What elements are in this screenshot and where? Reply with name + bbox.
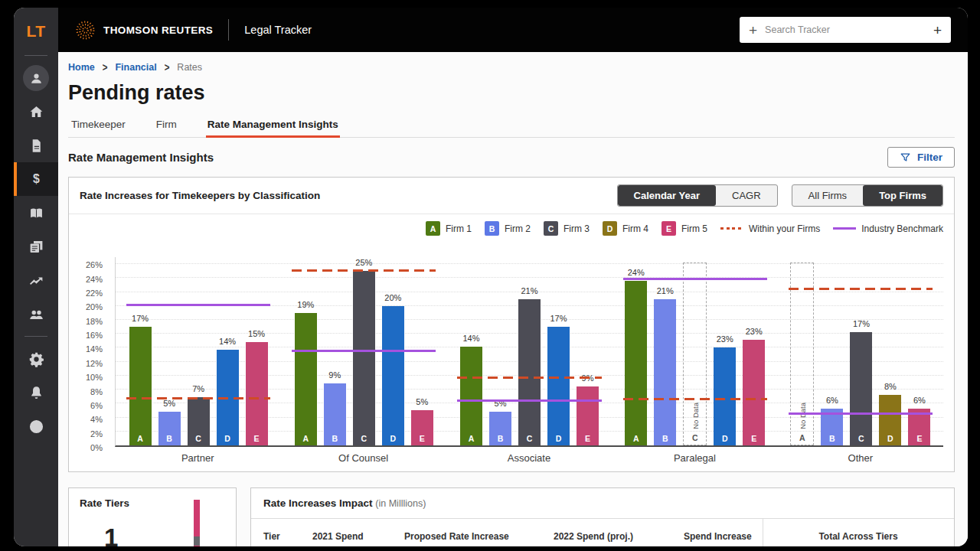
trend-icon [28,272,44,289]
bar-letter: D [714,434,736,443]
category-label-partner: Partner [115,452,280,464]
breadcrumb-chevron-icon: > [103,61,108,73]
y-axis-tick: 26% [86,260,103,269]
toggle-option-calendar-year[interactable]: Calendar Year [618,185,716,206]
category-label-paralegal: Paralegal [612,452,777,464]
legend-swatch-A: A [426,221,440,236]
bar-letter: D [217,434,239,443]
people-icon [28,306,44,322]
sidebar-item-library[interactable] [14,196,58,230]
sidebar-item-help[interactable]: ? [14,409,58,443]
bar-value-label: 9% [328,370,341,380]
legend-dashed-line-swatch [720,227,743,230]
filter-button[interactable]: Filter [887,147,955,168]
breadcrumb-item-home[interactable]: Home [68,62,95,73]
bar-value-label: 6% [913,396,926,405]
search-tracker-input[interactable]: + Search Tracker + [740,17,951,43]
dollar-icon: $ [28,171,44,187]
toggle-option-cagr[interactable]: CAGR [716,185,777,206]
rate-tiers-title: Rate Tiers [80,497,225,509]
tab-firm[interactable]: Firm [155,115,178,137]
sidebar-item-notifications[interactable] [14,376,58,409]
sidebar-item-documents[interactable] [14,129,58,162]
help-icon: ? [28,419,44,435]
legend-item-firm-3: CFirm 3 [544,221,590,236]
bar-value-label: 6% [826,396,838,405]
impact-column-header-2021-spend: 2021 Spend [312,531,404,542]
toggle-option-top-firms[interactable]: Top Firms [863,185,942,206]
bar-associate-D: 17%D [547,327,570,445]
sidebar-item-home[interactable] [14,95,58,129]
bar-partner-B: 5%B [158,412,181,445]
sidebar-item-financial[interactable]: $ [14,162,58,196]
tab-rate-management-insights[interactable]: Rate Management Insights [206,115,340,137]
filter-label: Filter [917,152,942,163]
search-plus-icon[interactable]: + [749,23,757,37]
legend-item-within-your-firms: Within your Firms [720,223,820,234]
industry-benchmark-line [623,278,767,280]
bar-letter: B [158,434,181,443]
bar-letter: B [324,434,346,443]
legend-label: Firm 3 [564,223,590,234]
toggle-group-period: Calendar YearCAGR [617,184,778,207]
y-axis-tick: 8% [90,387,103,396]
legend-label: Firm 1 [446,223,472,234]
impact-column-header-2022-spend-proj: 2022 Spend (proj.) [554,531,684,542]
legend-item-firm-4: DFirm 4 [603,221,648,236]
bar-value-label: 19% [297,300,314,309]
impact-card-header: Rate Increases Impact (in Milllions) [251,488,954,519]
bar-letter: E [246,434,268,443]
bar-paralegal-B: 21%B [654,299,676,445]
within-your-firms-line [292,269,436,272]
tab-timekeeper[interactable]: Timekeeper [70,115,127,137]
add-icon[interactable]: + [933,23,942,37]
breadcrumb: Home>Financial>Rates [68,62,955,73]
legend-swatch-D: D [603,221,617,236]
sidebar-item-profile[interactable] [14,61,58,95]
bar-value-label: 14% [462,334,479,343]
chart-title: Rate Increases for Timekeepers by Classi… [80,190,320,201]
legend-item-firm-1: AFirm 1 [426,221,472,236]
bar-letter: B [821,434,843,443]
legend-item-firm-5: EFirm 5 [662,221,707,236]
bar-letter: C [684,433,706,442]
lt-logo[interactable]: LT [26,15,45,50]
toggle-option-all-firms[interactable]: All Firms [792,185,864,206]
chart-toggles: Calendar YearCAGRAll FirmsTop Firms [617,184,943,207]
toggle-group-firms: All FirmsTop Firms [792,184,943,207]
bar-value-label: 25% [355,258,372,267]
plot: 17%A5%B7%C14%D15%E19%A9%B25%C20%D5%E14%A… [115,257,943,447]
within-your-firms-line [457,377,601,379]
sidebar-item-settings[interactable] [14,342,58,376]
category-label-other: Other [778,452,943,464]
svg-text:$: $ [33,172,40,185]
legend-item-firm-2: BFirm 2 [485,221,531,236]
bar-partner-C: 7%C [188,397,210,445]
chart-group-of-counsel: 19%A9%B25%C20%D5%E [281,257,446,445]
within-your-firms-line [126,397,270,399]
bar-paralegal-D: 23%D [714,347,736,445]
no-data-bar-paralegal-C: No DataC [683,262,707,445]
bar-letter: A [460,434,482,443]
breadcrumb-item-financial[interactable]: Financial [115,62,156,73]
sidebar-item-news[interactable] [14,230,58,263]
bar-value-label: 14% [219,337,236,346]
bar-letter: B [654,434,676,443]
bar-of-counsel-D: 20%D [382,306,404,445]
sidebar-divider [24,336,47,337]
bar-letter: E [908,434,930,443]
bar-value-label: 8% [884,382,897,391]
y-axis-tick: 20% [86,302,103,311]
bar-of-counsel-B: 9%B [324,383,346,445]
legend-label: Within your Firms [749,223,820,234]
no-data-label: No Data [691,403,699,429]
category-label-associate: Associate [446,452,612,464]
bar-associate-E: 9%E [577,386,599,445]
sidebar-item-people[interactable] [14,297,58,331]
page-content: Home>Financial>Rates Pending rates Timek… [58,52,968,546]
no-data-label: No Data [798,403,806,429]
bar-letter: D [382,434,404,443]
bar-associate-C: 21%C [518,299,541,445]
app-window: LT $? THOMSON REUTERS Legal Tracker + Se… [14,8,968,546]
sidebar-item-analytics[interactable] [14,263,58,297]
